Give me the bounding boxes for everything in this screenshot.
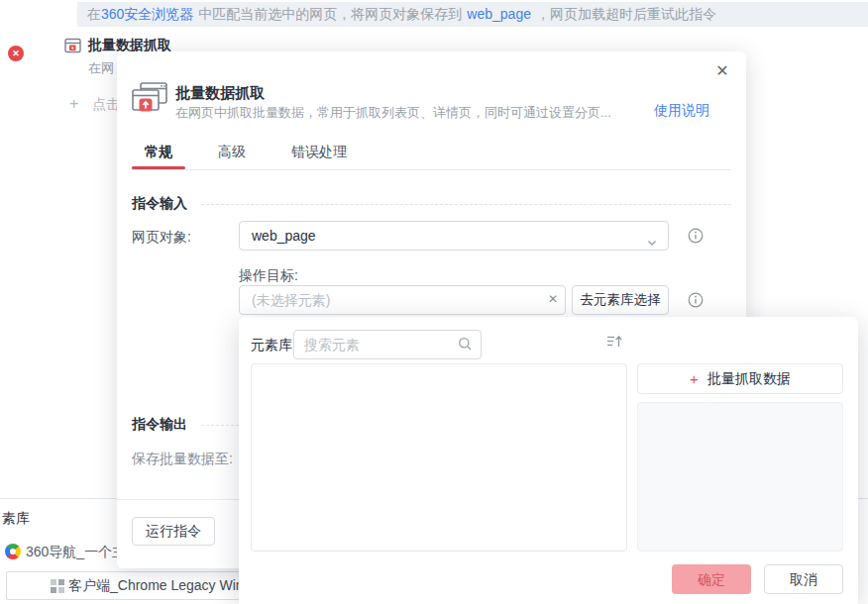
element-list-area [251, 363, 627, 552]
element-library-panel-title: 素库 [2, 510, 30, 528]
cancel-button[interactable]: 取消 [764, 564, 843, 594]
sort-icon[interactable] [606, 334, 624, 353]
batch-capture-dialog-icon [132, 82, 168, 121]
web-page-variable-link[interactable]: web_page [467, 6, 531, 22]
error-status-icon: ✕ [8, 46, 24, 61]
flow-step-subtitle: 在网 [88, 59, 114, 77]
section-heading: 指令输入 [132, 195, 187, 213]
confirm-button[interactable]: 确定 [672, 564, 751, 594]
tab-error-handling[interactable]: 错误处理 [278, 139, 360, 169]
selected-instruction-summary: 在360安全浏览器中匹配当前选中的网页，将网页对象保存到web_page，网页加… [77, 2, 868, 27]
chevron-down-icon [646, 230, 658, 257]
element-picker-popup: 元素库 + 批量抓取数据 确定 取消 [239, 317, 858, 604]
plus-icon: + [69, 95, 78, 112]
info-icon[interactable] [688, 292, 704, 308]
app-screen: 在360安全浏览器中匹配当前选中的网页，将网页对象保存到web_page，网页加… [0, 0, 868, 604]
search-icon [458, 337, 473, 355]
plus-icon: + [690, 370, 699, 387]
window-grid-icon [51, 579, 64, 597]
web-object-select[interactable]: web_page [239, 221, 669, 251]
run-instruction-button[interactable]: 运行指令 [132, 517, 215, 546]
add-instruction-hint[interactable]: +点击 [69, 95, 120, 114]
dialog-tabs: 常规 高级 错误处理 [132, 139, 360, 169]
element-search-input[interactable] [293, 330, 482, 359]
clear-icon[interactable]: ✕ [548, 292, 558, 306]
input-section-header: 指令输入 [132, 195, 731, 213]
web-object-label: 网页对象: [132, 229, 191, 247]
go-to-element-library-button[interactable]: 去元素库选择 [572, 285, 669, 315]
batch-capture-data-label: 批量抓取数据 [707, 370, 791, 388]
tree-item-chrome-legacy-window[interactable]: 客户端_Chrome Legacy Window [6, 571, 240, 600]
target-element-input[interactable] [239, 285, 566, 315]
tab-advanced[interactable]: 高级 [205, 139, 259, 169]
section-heading: 指令输出 [132, 416, 187, 434]
info-icon[interactable] [688, 228, 704, 244]
batch-capture-step-icon [64, 38, 82, 58]
target-label: 操作目标: [239, 267, 298, 285]
tab-general[interactable]: 常规 [132, 139, 185, 169]
section-dashed-line [201, 204, 731, 205]
usage-help-link[interactable]: 使用说明 [654, 102, 709, 120]
element-search-field [293, 330, 482, 359]
instruction-text: 中匹配当前选中的网页，将网页对象保存到 [198, 6, 462, 22]
dialog-title: 批量数据抓取 [175, 84, 265, 103]
dialog-description: 在网页中抓取批量数据，常用于抓取列表页、详情页，同时可通过设置分页... [175, 104, 611, 122]
element-preview-area [637, 402, 843, 552]
browser-variable-link[interactable]: 360安全浏览器 [101, 6, 193, 22]
close-icon[interactable]: ✕ [711, 60, 733, 82]
target-element-field: ✕ [239, 285, 566, 315]
element-library-label: 元素库 [251, 337, 292, 354]
instruction-text: 在 [87, 6, 101, 22]
batch-capture-data-button[interactable]: + 批量抓取数据 [637, 363, 843, 394]
tabs-divider [132, 169, 731, 170]
browser-360-logo-icon [5, 544, 21, 559]
instruction-text: ，网页加载超时后重试此指令 [536, 6, 716, 22]
save-batch-data-label: 保存批量数据至: [132, 451, 233, 468]
web-object-value: web_page [252, 228, 316, 244]
